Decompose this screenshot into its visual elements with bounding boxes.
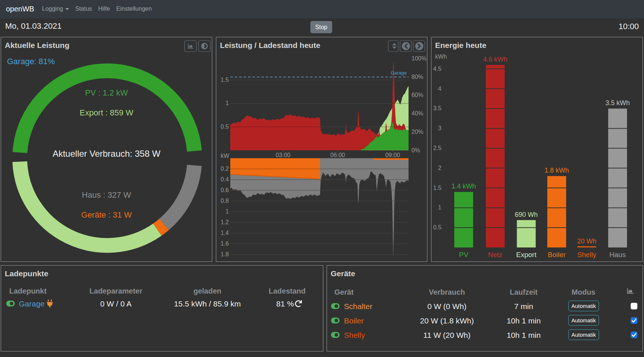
svg-text:0.5: 0.5 <box>433 224 441 231</box>
svg-text:1.2: 1.2 <box>221 219 229 225</box>
svg-text:Boiler: Boiler <box>548 251 566 259</box>
svg-text:80%: 80% <box>411 74 423 80</box>
svg-text:100%: 100% <box>411 55 427 62</box>
svg-text:60%: 60% <box>411 92 423 98</box>
svg-text:4.5: 4.5 <box>433 66 441 72</box>
svg-text:06:00: 06:00 <box>330 152 345 158</box>
svg-text:Garage: Garage <box>391 70 407 76</box>
svg-text:0.2: 0.2 <box>221 166 229 172</box>
svg-text:1.4: 1.4 <box>221 230 229 236</box>
svg-text:Export: Export <box>516 251 537 259</box>
svg-text:20 Wh: 20 Wh <box>577 238 596 245</box>
svg-text:0.6: 0.6 <box>221 187 229 193</box>
svg-text:Haus: Haus <box>609 251 626 259</box>
svg-text:03:00: 03:00 <box>276 152 290 158</box>
svg-text:3: 3 <box>438 125 441 131</box>
svg-text:1.8: 1.8 <box>221 251 229 257</box>
svg-text:3.5 kWh: 3.5 kWh <box>605 99 630 107</box>
svg-text:1: 1 <box>438 204 441 211</box>
svg-text:40%: 40% <box>411 110 423 117</box>
svg-text:2.5: 2.5 <box>433 145 441 151</box>
svg-text:1: 1 <box>225 100 229 106</box>
svg-text:690 Wh: 690 Wh <box>515 211 538 218</box>
svg-text:20%: 20% <box>411 129 423 135</box>
svg-text:0.4: 0.4 <box>221 176 229 183</box>
svg-text:kWh: kWh <box>435 53 447 60</box>
svg-text:1.8 kWh: 1.8 kWh <box>544 167 569 174</box>
svg-text:0.5: 0.5 <box>221 124 229 130</box>
svg-text:0%: 0% <box>411 147 420 153</box>
svg-text:kW: kW <box>221 153 230 159</box>
svg-text:3.5: 3.5 <box>433 105 441 111</box>
svg-text:4: 4 <box>438 86 441 92</box>
svg-text:PV: PV <box>459 251 469 259</box>
svg-text:1: 1 <box>225 208 229 215</box>
svg-text:Netz: Netz <box>488 251 502 259</box>
svg-text:09:00: 09:00 <box>385 152 400 158</box>
svg-text:1.4 kWh: 1.4 kWh <box>451 183 476 190</box>
svg-text:1.6: 1.6 <box>221 240 229 247</box>
svg-text:Shelly: Shelly <box>577 251 596 259</box>
svg-text:0.8: 0.8 <box>221 198 229 204</box>
svg-text:2: 2 <box>438 165 441 171</box>
svg-text:1.5: 1.5 <box>433 185 441 191</box>
svg-text:4.6 kWh: 4.6 kWh <box>483 56 507 63</box>
svg-text:1.5: 1.5 <box>221 77 229 83</box>
